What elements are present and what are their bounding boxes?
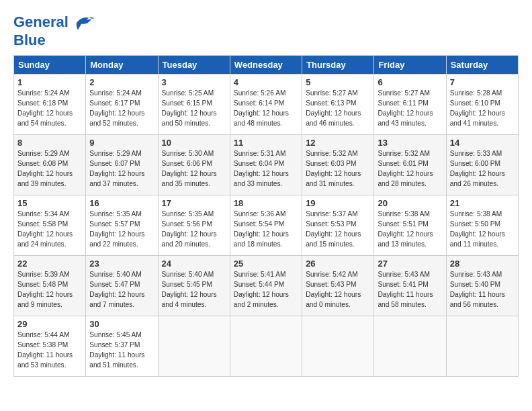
day-info: Sunrise: 5:31 AMSunset: 6:04 PMDaylight:…: [234, 149, 298, 189]
day-info: Sunrise: 5:32 AMSunset: 6:01 PMDaylight:…: [378, 149, 442, 189]
day-info: Sunrise: 5:39 AMSunset: 5:48 PMDaylight:…: [17, 270, 82, 310]
day-number: 16: [89, 198, 154, 208]
day-info: Sunrise: 5:35 AMSunset: 5:57 PMDaylight:…: [89, 210, 154, 249]
day-number: 13: [378, 138, 442, 148]
day-number: 19: [306, 198, 370, 208]
header-sunday: Sunday: [14, 56, 86, 75]
day-info: Sunrise: 5:29 AMSunset: 6:08 PMDaylight:…: [17, 149, 82, 189]
calendar-cell: 21 Sunrise: 5:38 AMSunset: 5:50 PMDaylig…: [446, 195, 518, 256]
day-info: Sunrise: 5:24 AMSunset: 6:18 PMDaylight:…: [17, 89, 82, 128]
calendar-cell: 6 Sunrise: 5:27 AMSunset: 6:11 PMDayligh…: [374, 75, 446, 135]
day-info: Sunrise: 5:45 AMSunset: 5:37 PMDaylight:…: [89, 330, 154, 370]
calendar-cell: 17 Sunrise: 5:35 AMSunset: 5:56 PMDaylig…: [158, 195, 230, 256]
calendar-cell: 20 Sunrise: 5:38 AMSunset: 5:51 PMDaylig…: [374, 195, 446, 256]
calendar-cell: 4 Sunrise: 5:26 AMSunset: 6:14 PMDayligh…: [230, 75, 302, 135]
calendar-cell: 9 Sunrise: 5:29 AMSunset: 6:07 PMDayligh…: [86, 135, 158, 195]
day-info: Sunrise: 5:30 AMSunset: 6:06 PMDaylight:…: [162, 149, 226, 189]
calendar-cell: 5 Sunrise: 5:27 AMSunset: 6:13 PMDayligh…: [302, 75, 374, 135]
calendar-cell: 26 Sunrise: 5:42 AMSunset: 5:43 PMDaylig…: [302, 256, 374, 316]
calendar-cell: 10 Sunrise: 5:30 AMSunset: 6:06 PMDaylig…: [158, 135, 230, 195]
calendar-week-row: 15 Sunrise: 5:34 AMSunset: 5:58 PMDaylig…: [14, 195, 519, 256]
day-info: Sunrise: 5:43 AMSunset: 5:40 PMDaylight:…: [450, 270, 515, 310]
day-number: 23: [89, 259, 154, 269]
day-number: 7: [450, 77, 515, 87]
calendar-cell: 25 Sunrise: 5:41 AMSunset: 5:44 PMDaylig…: [230, 256, 302, 316]
calendar-cell: 16 Sunrise: 5:35 AMSunset: 5:57 PMDaylig…: [86, 195, 158, 256]
calendar-cell: 8 Sunrise: 5:29 AMSunset: 6:08 PMDayligh…: [14, 135, 86, 195]
calendar-week-row: 8 Sunrise: 5:29 AMSunset: 6:08 PMDayligh…: [14, 135, 519, 195]
logo: General Blue: [13, 13, 94, 48]
day-info: Sunrise: 5:25 AMSunset: 6:15 PMDaylight:…: [162, 89, 226, 128]
day-info: Sunrise: 5:29 AMSunset: 6:07 PMDaylight:…: [89, 149, 154, 189]
calendar-table: SundayMondayTuesdayWednesdayThursdayFrid…: [13, 55, 519, 377]
day-info: Sunrise: 5:40 AMSunset: 5:47 PMDaylight:…: [89, 270, 154, 310]
day-number: 9: [89, 138, 154, 148]
day-number: 1: [17, 77, 82, 87]
calendar-cell: [374, 316, 446, 377]
calendar-cell: 27 Sunrise: 5:43 AMSunset: 5:41 PMDaylig…: [374, 256, 446, 316]
calendar-cell: [230, 316, 302, 377]
day-info: Sunrise: 5:38 AMSunset: 5:50 PMDaylight:…: [450, 210, 515, 249]
calendar-cell: [302, 316, 374, 377]
day-number: 11: [234, 138, 298, 148]
day-info: Sunrise: 5:33 AMSunset: 6:00 PMDaylight:…: [450, 149, 515, 189]
day-number: 25: [234, 259, 298, 269]
day-number: 14: [450, 138, 515, 148]
calendar-cell: 22 Sunrise: 5:39 AMSunset: 5:48 PMDaylig…: [14, 256, 86, 316]
day-number: 21: [450, 198, 515, 208]
calendar-cell: 15 Sunrise: 5:34 AMSunset: 5:58 PMDaylig…: [14, 195, 86, 256]
calendar-week-row: 1 Sunrise: 5:24 AMSunset: 6:18 PMDayligh…: [14, 75, 519, 135]
calendar-cell: 11 Sunrise: 5:31 AMSunset: 6:04 PMDaylig…: [230, 135, 302, 195]
day-number: 27: [378, 259, 442, 269]
calendar-cell: [158, 316, 230, 377]
calendar-cell: 19 Sunrise: 5:37 AMSunset: 5:53 PMDaylig…: [302, 195, 374, 256]
day-info: Sunrise: 5:41 AMSunset: 5:44 PMDaylight:…: [234, 270, 298, 310]
calendar-cell: 23 Sunrise: 5:40 AMSunset: 5:47 PMDaylig…: [86, 256, 158, 316]
day-number: 26: [306, 259, 370, 269]
day-info: Sunrise: 5:44 AMSunset: 5:38 PMDaylight:…: [17, 330, 82, 370]
day-info: Sunrise: 5:38 AMSunset: 5:51 PMDaylight:…: [378, 210, 442, 249]
header-tuesday: Tuesday: [158, 56, 230, 75]
day-info: Sunrise: 5:28 AMSunset: 6:10 PMDaylight:…: [450, 89, 515, 128]
day-info: Sunrise: 5:27 AMSunset: 6:11 PMDaylight:…: [378, 89, 442, 128]
header-saturday: Saturday: [446, 56, 518, 75]
day-info: Sunrise: 5:35 AMSunset: 5:56 PMDaylight:…: [162, 210, 226, 249]
day-number: 5: [306, 77, 370, 87]
day-number: 28: [450, 259, 515, 269]
day-info: Sunrise: 5:24 AMSunset: 6:17 PMDaylight:…: [89, 89, 154, 128]
calendar-cell: 28 Sunrise: 5:43 AMSunset: 5:40 PMDaylig…: [446, 256, 518, 316]
day-number: 3: [162, 77, 226, 87]
calendar-cell: 3 Sunrise: 5:25 AMSunset: 6:15 PMDayligh…: [158, 75, 230, 135]
calendar-cell: [446, 316, 518, 377]
calendar-cell: 12 Sunrise: 5:32 AMSunset: 6:03 PMDaylig…: [302, 135, 374, 195]
calendar-cell: 13 Sunrise: 5:32 AMSunset: 6:01 PMDaylig…: [374, 135, 446, 195]
day-info: Sunrise: 5:37 AMSunset: 5:53 PMDaylight:…: [306, 210, 370, 249]
calendar-cell: 24 Sunrise: 5:40 AMSunset: 5:45 PMDaylig…: [158, 256, 230, 316]
day-info: Sunrise: 5:34 AMSunset: 5:58 PMDaylight:…: [17, 210, 82, 249]
day-number: 4: [234, 77, 298, 87]
header-monday: Monday: [86, 56, 158, 75]
day-number: 10: [162, 138, 226, 148]
day-info: Sunrise: 5:27 AMSunset: 6:13 PMDaylight:…: [306, 89, 370, 128]
day-info: Sunrise: 5:43 AMSunset: 5:41 PMDaylight:…: [378, 270, 442, 310]
day-number: 18: [234, 198, 298, 208]
calendar-cell: 2 Sunrise: 5:24 AMSunset: 6:17 PMDayligh…: [86, 75, 158, 135]
day-number: 12: [306, 138, 370, 148]
day-number: 22: [17, 259, 82, 269]
calendar-cell: 1 Sunrise: 5:24 AMSunset: 6:18 PMDayligh…: [14, 75, 86, 135]
calendar-week-row: 29 Sunrise: 5:44 AMSunset: 5:38 PMDaylig…: [14, 316, 519, 377]
header-wednesday: Wednesday: [230, 56, 302, 75]
day-number: 17: [162, 198, 226, 208]
day-info: Sunrise: 5:36 AMSunset: 5:54 PMDaylight:…: [234, 210, 298, 249]
day-number: 15: [17, 198, 82, 208]
header-friday: Friday: [374, 56, 446, 75]
calendar-cell: 14 Sunrise: 5:33 AMSunset: 6:00 PMDaylig…: [446, 135, 518, 195]
day-number: 24: [162, 259, 226, 269]
day-number: 30: [89, 319, 154, 329]
page-header: General Blue: [13, 13, 519, 48]
day-number: 2: [89, 77, 154, 87]
header-thursday: Thursday: [302, 56, 374, 75]
day-info: Sunrise: 5:40 AMSunset: 5:45 PMDaylight:…: [162, 270, 226, 310]
day-number: 6: [378, 77, 442, 87]
day-number: 29: [17, 319, 82, 329]
